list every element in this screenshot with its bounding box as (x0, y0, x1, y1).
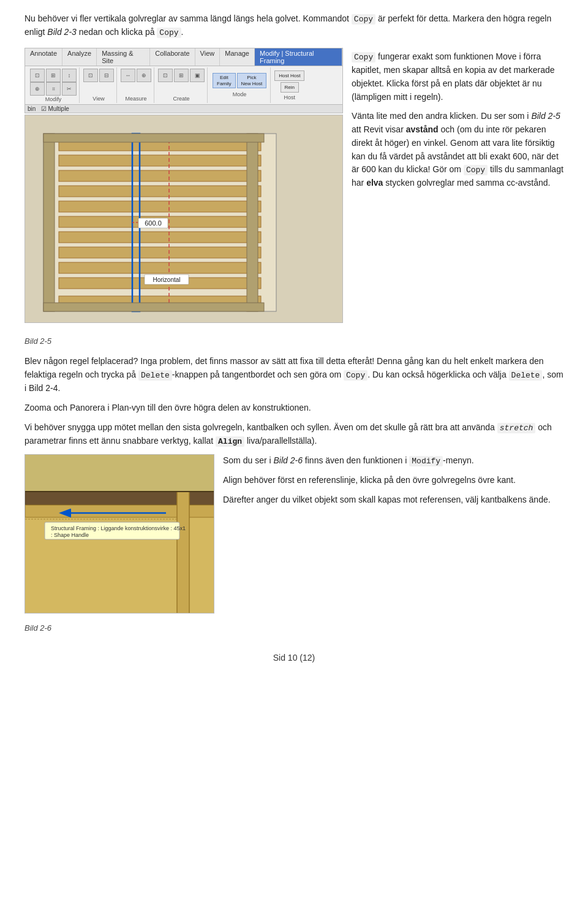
revit-toolbar[interactable]: Annotate Analyze Massing & Site Collabor… (24, 48, 343, 113)
stretch-code: stretch (497, 423, 536, 433)
icon-6[interactable]: ✂ (62, 82, 77, 96)
tab-massing[interactable]: Massing & Site (97, 48, 150, 66)
host-section: Host Host Rein Host (272, 67, 307, 103)
svg-rect-8 (59, 232, 261, 243)
modify-icons-row2: ⊕ ⌗ ✂ (30, 82, 77, 96)
canvas-svg: 600.0 Horizontal (25, 115, 343, 323)
icon-5[interactable]: ⌗ (46, 82, 61, 96)
rein-button[interactable]: Rein (281, 82, 299, 93)
avstand-bold: avstånd (406, 124, 439, 134)
copy-code-2: Copy (157, 28, 181, 38)
para-zooma: Zooma och Panorera i Plan-vyn till den ö… (24, 401, 564, 415)
modify-icons-row1: ⊡ ⊞ ↕ (30, 69, 77, 82)
svg-rect-22 (43, 134, 264, 142)
edit-family-button[interactable]: EditFamily (213, 73, 236, 88)
view-icons: ⊡ ⊟ (83, 69, 114, 82)
tab-analyze[interactable]: Analyze (62, 48, 97, 66)
view-icon-2[interactable]: ⊟ (99, 69, 114, 82)
pick-new-host-button[interactable]: PickNew Host (237, 73, 267, 88)
bild26-text1: Som du ser i (223, 455, 273, 465)
svg-text:Horizontal: Horizontal (153, 276, 180, 283)
create-label: Create (173, 95, 189, 102)
bild26-svg: Structural Framing : Liggande konstrukti… (25, 455, 214, 614)
bild26-para3: Därefter anger du vilket objekt som skal… (223, 493, 564, 507)
icon-2[interactable]: ⊞ (46, 69, 61, 82)
view-label: View (92, 95, 104, 102)
copy-code-desc: Copy (352, 52, 375, 63)
tab-modify-structural[interactable]: Modify | Structural Framing (255, 48, 342, 66)
tab-manage[interactable]: Manage (220, 48, 255, 66)
para2-text1: Vänta lite med den andra klicken. Du ser… (352, 111, 531, 121)
copy-code-1: Copy (352, 14, 375, 25)
create-icon-2[interactable]: ⊞ (174, 69, 189, 82)
svg-rect-20 (43, 134, 55, 311)
revit-screenshot-left: Annotate Analyze Massing & Site Collabor… (24, 48, 343, 323)
group-modify: ⊡ ⊞ ↕ ⊕ ⌗ ✂ Modify (28, 67, 80, 103)
figure-caption-1: Bild 2-5 (24, 335, 564, 348)
para5-text1: Vi behöver snygga upp mötet mellan den s… (24, 422, 497, 432)
mode-section: EditFamily PickNew Host Mode (209, 67, 271, 103)
revit-canvas-bild26[interactable]: Structural Framing : Liggande konstrukti… (24, 454, 214, 614)
intro-text-1: Nu behöver vi fler vertikala golvreglar … (24, 13, 352, 23)
revit-canvas-bild25[interactable]: 600.0 Horizontal (24, 115, 343, 323)
svg-rect-21 (247, 134, 258, 311)
bottom-bar-text: bin ☑ Multiple (28, 105, 69, 112)
revit-screenshot-description: Copy fungerar exakt som funktionen Move … (352, 48, 564, 196)
create-icon-3[interactable]: ▣ (190, 69, 205, 82)
group-measure: ↔ ⊕ Measure (118, 67, 154, 103)
para3-text3: . Du kan också högerklicka och välja (368, 370, 508, 379)
bild26-suffix2: -menyn. (443, 455, 474, 465)
group-create: ⊡ ⊞ ▣ Create (156, 67, 208, 103)
delete-code-2: Delete (509, 370, 543, 381)
host-host-button[interactable]: Host Host (274, 70, 304, 81)
measure-icons: ↔ ⊕ (121, 69, 151, 82)
revit-bottom-bar: bin ☑ Multiple (25, 104, 342, 113)
svg-rect-5 (59, 186, 261, 197)
svg-rect-3 (59, 155, 261, 166)
mode-label: Mode (233, 91, 247, 97)
svg-rect-4 (59, 170, 261, 181)
delete-code-1: Delete (138, 370, 172, 381)
intro-text-3: nedan och klicka på (77, 27, 157, 37)
tab-view[interactable]: View (195, 48, 221, 66)
bild26-suffix: finns även den funktionen i (303, 455, 409, 465)
modify-label: Modify (45, 96, 62, 102)
create-icon-1[interactable]: ⊡ (158, 69, 173, 82)
figure-caption-2: Bild 2-6 (24, 622, 564, 634)
para-bild25: Vänta lite med den andra klicken. Du ser… (352, 110, 564, 190)
para-felplacerad: Blev någon regel felplacerad? Inga probl… (24, 355, 564, 395)
view-icon-1[interactable]: ⊡ (83, 69, 98, 82)
svg-rect-10 (59, 262, 261, 273)
icon-3[interactable]: ↕ (62, 69, 77, 82)
elva-bold: elva (366, 178, 383, 188)
svg-rect-28 (177, 492, 189, 614)
para2-text2: att Revit visar (352, 124, 406, 134)
figure-2-5-container: Annotate Analyze Massing & Site Collabor… (24, 48, 564, 323)
intro-text-4: . (181, 27, 184, 37)
bild26-para2: Align behöver först en referenslinje, kl… (223, 474, 564, 487)
copy-code-para2: Copy (464, 165, 488, 175)
tab-collaborate[interactable]: Collaborate (150, 48, 195, 66)
bild26-para1: Som du ser i Bild 2-6 finns även den fun… (223, 454, 564, 468)
bild26-italic: Bild 2-6 (273, 455, 302, 465)
bild-ref-1: Bild 2-3 (47, 27, 76, 37)
tab-annotate[interactable]: Annotate (25, 48, 62, 66)
modify-code: Modify (409, 456, 443, 466)
revit-ribbon: ⊡ ⊞ ↕ ⊕ ⌗ ✂ Modify ⊡ ⊟ (25, 66, 342, 104)
intro-paragraph: Nu behöver vi fler vertikala golvreglar … (24, 12, 564, 39)
para2-text5: stycken golvreglar med samma cc-avstånd. (383, 178, 550, 188)
para-snygga: Vi behöver snygga upp mötet mellan den s… (24, 421, 564, 448)
para3-text2: -knappen på tangentbordet och sen göra o… (172, 370, 344, 379)
icon-4[interactable]: ⊕ (30, 82, 45, 96)
page-number: Sid 10 (12) (24, 653, 564, 663)
figure-2-6-container: Structural Framing : Liggande konstrukti… (24, 454, 564, 614)
copy-description-text: fungerar exakt som funktionen Move i för… (352, 51, 555, 102)
create-icons: ⊡ ⊞ ▣ (158, 69, 205, 82)
svg-rect-6 (59, 201, 261, 212)
bild26-screenshot: Structural Framing : Liggande konstrukti… (24, 454, 214, 614)
host-label: Host (284, 94, 296, 101)
icon-1[interactable]: ⊡ (30, 69, 45, 82)
copy-code-3: Copy (344, 370, 368, 381)
measure-icon-2[interactable]: ⊕ (137, 69, 151, 82)
measure-icon-1[interactable]: ↔ (121, 69, 135, 82)
